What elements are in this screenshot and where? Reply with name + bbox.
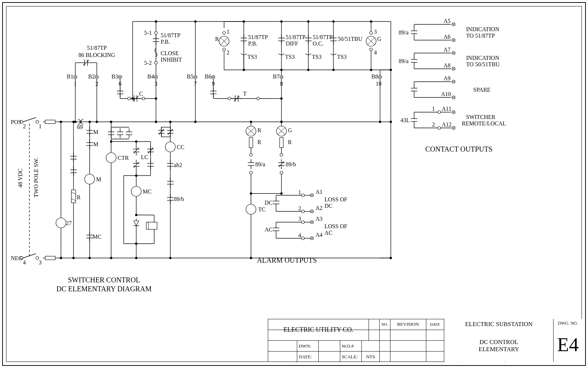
oc-sub: O.C. xyxy=(313,40,323,47)
c89b-mid-label: 89/b xyxy=(286,161,296,168)
diff-ts3: TS3 xyxy=(285,54,295,60)
co-43l: 43L xyxy=(400,117,410,124)
two-pole-label: TWO POLE SW. xyxy=(33,158,39,197)
b7-label: B7 xyxy=(273,73,280,80)
co-a5: A5 xyxy=(444,18,451,24)
ci-5-1: 5-1 xyxy=(144,30,152,36)
tb-date: DATE: xyxy=(297,352,318,362)
b4-label: B4 xyxy=(147,73,154,80)
r-top: R xyxy=(215,36,219,42)
co-ind2a: INDICATION xyxy=(466,55,499,61)
r-t2: 2 xyxy=(227,49,229,56)
t-label: T xyxy=(243,91,247,97)
c89b-label: 89/b xyxy=(174,196,184,202)
diff-sub: DIFF xyxy=(286,40,298,47)
co-a12: A12 xyxy=(442,121,452,128)
dev27-label: 27 xyxy=(66,220,72,226)
alarm-n4: 4 xyxy=(298,232,301,239)
alarm-a4: A4 xyxy=(316,232,323,238)
b3-num: 6 xyxy=(119,81,122,87)
mc-bot-label: MC xyxy=(93,234,101,240)
neg-label: NEG xyxy=(11,255,23,262)
g-t3: 3 xyxy=(374,29,377,35)
contact-title: CONTACT OUTPUTS xyxy=(409,145,509,153)
diagram-title1: SWITCHER CONTROL xyxy=(47,276,161,284)
co-n2: 2 xyxy=(432,121,435,128)
lc-label: LC xyxy=(141,154,148,161)
co-a6: A6 xyxy=(444,34,451,40)
tb-sheet: E4 xyxy=(553,328,582,362)
b8-label: B8 xyxy=(371,73,378,80)
ab2-label: ab2 xyxy=(174,162,182,168)
diff-label: 51/87TP xyxy=(286,34,305,40)
diagram-title2: DC ELEMENTARY DIAGRAM xyxy=(39,285,169,293)
alarm-n2: 2 xyxy=(298,205,301,212)
b3-label: B3 xyxy=(112,73,118,80)
r-mid-label: R xyxy=(257,127,261,134)
co-89a-1: 89/a xyxy=(399,29,409,36)
b1-num: 1 xyxy=(74,81,77,87)
alarm-n3: 3 xyxy=(298,216,301,222)
alarm-title: ALARM OUTPUTS xyxy=(237,256,337,264)
alarm-a2: A2 xyxy=(316,205,323,211)
co-ind1a: INDICATION xyxy=(466,26,499,33)
b7-num: 8 xyxy=(280,81,283,87)
b2-num: 2 xyxy=(95,81,98,87)
dc-label: DC xyxy=(265,200,272,206)
tb-rev2: REVISION xyxy=(390,319,426,330)
g-mid-label: G xyxy=(288,127,292,134)
lossac2: AC xyxy=(324,230,332,236)
pos-label: POS xyxy=(11,119,21,125)
svg-rect-47 xyxy=(71,190,76,203)
neg-term4: 4 xyxy=(23,259,26,266)
pos-term2: 2 xyxy=(23,123,26,130)
c-label: C xyxy=(139,91,143,97)
tb-nts: NTS xyxy=(361,352,379,362)
co-spare: SPARE xyxy=(473,87,490,93)
pb-sub: P.B. xyxy=(248,40,257,47)
b5-label: B5 xyxy=(187,73,194,80)
m2-label: M xyxy=(93,141,98,148)
b1-label: B1 xyxy=(67,73,74,80)
co-remote1: SWITCHER xyxy=(466,114,495,120)
oc-ts3: TS3 xyxy=(312,54,322,60)
tb-t1b: DC CONTROL xyxy=(479,339,518,346)
co-n1: 1 xyxy=(432,106,435,112)
mc-top-label: MC xyxy=(143,188,152,195)
co-a7: A7 xyxy=(444,47,451,53)
oc-label: 51/87TP xyxy=(313,34,332,40)
ac-label: AC xyxy=(265,226,272,233)
g-res-label: R xyxy=(288,139,292,145)
pb-ts3: TS3 xyxy=(247,54,257,60)
b6-num: 9 xyxy=(212,81,215,87)
tb-dwn: DWN: xyxy=(297,341,318,352)
tb-scale: SCALE: xyxy=(340,352,361,362)
neg-term3: 3 xyxy=(39,259,42,266)
tb-dwgno2: DWG. NO. xyxy=(553,319,582,328)
tb-proj2: ELECTRIC SUBSTATION xyxy=(444,319,554,330)
co-a10: A10 xyxy=(441,91,451,97)
b8-num: 10 xyxy=(376,81,381,87)
pb-label: 51/87TP xyxy=(248,34,268,40)
b6-label: B6 xyxy=(205,73,212,80)
ctr-label: CTR xyxy=(118,155,129,161)
ci-pb: P.B. xyxy=(161,39,170,45)
r-res-label: R xyxy=(257,139,261,145)
blocking-line2: 86 BLOCKING xyxy=(65,52,129,58)
tbu-ts3: TS3 xyxy=(337,54,347,60)
cc-label: CC xyxy=(177,144,184,150)
m1-label: M xyxy=(93,129,98,135)
voltage-label: 48 VDC xyxy=(17,168,24,188)
svg-line-37 xyxy=(23,118,36,122)
ci-relay: 51/87TP xyxy=(161,32,180,39)
lossac1: LOSS OF xyxy=(324,223,347,230)
co-a9: A9 xyxy=(444,75,451,82)
lossdc2: DC xyxy=(324,203,332,209)
r-t1: 1 xyxy=(227,29,229,35)
alarm-n1: 1 xyxy=(298,189,301,196)
tc-label: TC xyxy=(258,206,265,213)
g-t4: 4 xyxy=(374,49,377,56)
tbu-label: 50/51TBU xyxy=(338,36,362,42)
blocking-line1: 51/87TP xyxy=(72,45,122,51)
co-a8: A8 xyxy=(444,62,451,69)
